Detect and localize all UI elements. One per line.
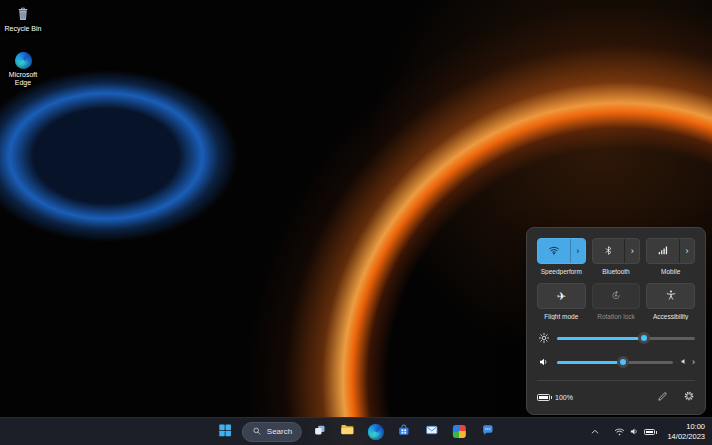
- bluetooth-tile: ›: [592, 238, 641, 264]
- volume-slider-fill: [557, 361, 623, 364]
- tray-time: 10:00: [667, 422, 705, 432]
- rotation-lock-toggle-button: [592, 283, 641, 309]
- recycle-bin-icon: [14, 5, 32, 23]
- search-label: Search: [267, 427, 292, 436]
- volume-slider-thumb[interactable]: [617, 356, 629, 368]
- wifi-tray-icon: [614, 423, 625, 441]
- photos-icon: [453, 425, 466, 438]
- mobile-tile-label: Mobile: [646, 268, 695, 275]
- mobile-toggle-button[interactable]: [647, 239, 679, 263]
- flight-mode-toggle-button[interactable]: ✈: [537, 283, 586, 309]
- photos-button[interactable]: [447, 420, 472, 444]
- start-button[interactable]: [212, 420, 237, 444]
- file-explorer-button[interactable]: [335, 420, 360, 444]
- quick-settings-row-2: ✈ Flight mode Rotation lock Accessibilit…: [537, 283, 695, 320]
- bluetooth-icon: [603, 242, 614, 260]
- desktop: Recycle Bin Microsoft Edge › Speedperfor…: [0, 0, 712, 445]
- bluetooth-expand-chevron-icon[interactable]: ›: [624, 239, 639, 263]
- mail-icon: [425, 423, 439, 441]
- cellular-icon: [657, 242, 669, 260]
- wifi-expand-chevron-icon[interactable]: ›: [570, 239, 585, 263]
- rotation-lock-icon: [610, 287, 622, 305]
- file-explorer-icon: [340, 422, 355, 441]
- chat-button[interactable]: [475, 420, 500, 444]
- desktop-icon-recycle-bin[interactable]: Recycle Bin: [0, 5, 46, 33]
- wifi-tile-label: Speedperform: [537, 268, 586, 275]
- battery-status[interactable]: 100%: [537, 394, 573, 401]
- desktop-icon-label: Recycle Bin: [5, 25, 42, 33]
- quick-settings-row-1: › Speedperform › Bluetooth ›: [537, 238, 695, 275]
- edit-quick-settings-button[interactable]: [657, 388, 668, 406]
- accessibility-icon: [665, 287, 677, 305]
- edge-button[interactable]: [363, 420, 388, 444]
- bluetooth-toggle-button[interactable]: [593, 239, 625, 263]
- accessibility-toggle-button[interactable]: [646, 283, 695, 309]
- chat-icon: [481, 423, 495, 441]
- tray-overflow-button[interactable]: [586, 420, 604, 444]
- brightness-icon: [537, 332, 550, 344]
- task-view-icon: [313, 423, 327, 441]
- edge-icon: [15, 52, 32, 69]
- chevron-up-icon: [590, 423, 600, 441]
- battery-percent-label: 100%: [555, 394, 573, 401]
- brightness-slider-row: [537, 332, 695, 344]
- wifi-icon: [548, 242, 560, 260]
- quick-settings-tray-button[interactable]: [611, 420, 658, 444]
- task-view-button[interactable]: [307, 420, 332, 444]
- wifi-tile: ›: [537, 238, 586, 264]
- mobile-tile: ›: [646, 238, 695, 264]
- volume-tray-icon: [629, 423, 640, 441]
- taskbar-center-group: Search: [212, 418, 500, 445]
- audio-output-selector[interactable]: ›: [680, 357, 695, 368]
- wifi-toggle-button[interactable]: [538, 239, 570, 263]
- taskbar: Search: [0, 417, 712, 445]
- volume-slider[interactable]: [557, 361, 673, 364]
- search-icon: [252, 426, 262, 438]
- brightness-slider[interactable]: [557, 337, 695, 340]
- store-button[interactable]: [391, 420, 416, 444]
- audio-output-chevron-icon: ›: [692, 357, 695, 367]
- tray-date: 14/02/2023: [667, 432, 705, 442]
- search-box[interactable]: Search: [242, 422, 302, 442]
- mail-button[interactable]: [419, 420, 444, 444]
- battery-icon: [537, 394, 550, 401]
- quick-settings-footer: 100%: [537, 380, 695, 406]
- clock[interactable]: 10:00 14/02/2023: [665, 422, 709, 442]
- accessibility-tile-label: Accessibility: [646, 313, 695, 320]
- edge-icon: [368, 424, 384, 440]
- audio-output-device-icon: [680, 357, 689, 368]
- volume-icon: [537, 356, 550, 368]
- quick-settings-panel: › Speedperform › Bluetooth ›: [526, 227, 706, 415]
- system-tray: 10:00 14/02/2023: [586, 418, 709, 445]
- windows-logo-icon: [217, 423, 231, 441]
- battery-tray-icon: [644, 429, 655, 435]
- bluetooth-tile-label: Bluetooth: [592, 268, 641, 275]
- desktop-icon-microsoft-edge[interactable]: Microsoft Edge: [0, 52, 46, 88]
- volume-slider-row: ›: [537, 356, 695, 368]
- flight-mode-tile-label: Flight mode: [537, 313, 586, 320]
- brightness-slider-thumb[interactable]: [638, 332, 650, 344]
- settings-gear-button[interactable]: [683, 388, 695, 406]
- store-icon: [397, 423, 411, 441]
- airplane-icon: ✈: [557, 291, 566, 302]
- desktop-icon-label: Microsoft Edge: [0, 71, 46, 88]
- brightness-slider-fill: [557, 337, 644, 340]
- mobile-expand-chevron-icon[interactable]: ›: [679, 239, 694, 263]
- rotation-lock-tile-label: Rotation lock: [592, 313, 641, 320]
